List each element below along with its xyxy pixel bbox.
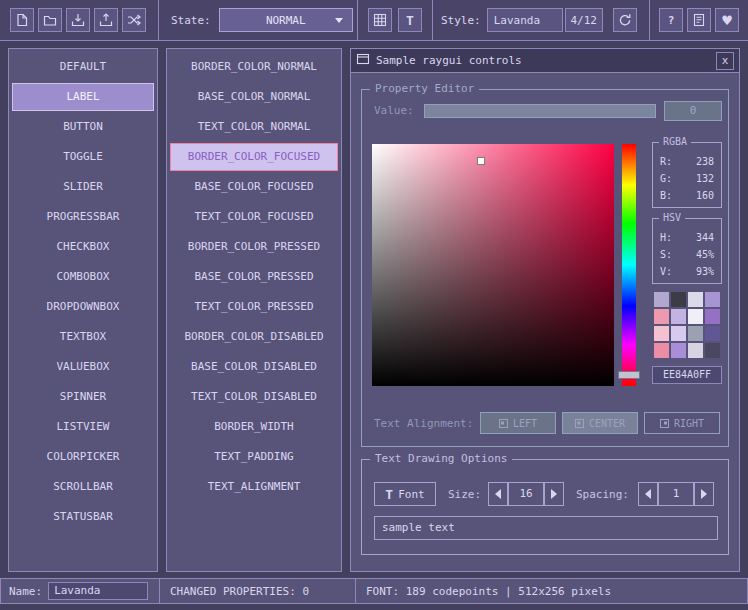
controls-list-item-selected[interactable]: LABEL: [12, 83, 154, 111]
palette-swatch[interactable]: [671, 326, 686, 341]
palette-swatch[interactable]: [688, 326, 703, 341]
hsv-rows: H:344 S:45% V:93%: [653, 219, 721, 280]
properties-list-item[interactable]: TEXT_COLOR_PRESSED: [170, 293, 338, 321]
controls-list-item[interactable]: LISTVIEW: [12, 413, 154, 441]
hue-bar[interactable]: [622, 144, 636, 386]
controls-list-item[interactable]: STATUSBAR: [12, 503, 154, 531]
spacing-increment-button[interactable]: [694, 482, 714, 506]
color-picker-area[interactable]: [372, 144, 614, 386]
font-button[interactable]: T Font: [374, 482, 436, 506]
properties-list-item[interactable]: TEXT_COLOR_FOCUSED: [170, 203, 338, 231]
toolbar-section-style: Style: Lavanda 4/12: [433, 0, 650, 40]
controls-list-item[interactable]: TEXTBOX: [12, 323, 154, 351]
properties-list-item[interactable]: BORDER_COLOR_DISABLED: [170, 323, 338, 351]
properties-list-item[interactable]: BASE_COLOR_PRESSED: [170, 263, 338, 291]
properties-list-item[interactable]: BORDER_COLOR_NORMAL: [170, 53, 338, 81]
toolbar-section-view: T: [358, 0, 433, 40]
controls-list-item[interactable]: SPINNER: [12, 383, 154, 411]
value-slider[interactable]: [424, 104, 656, 118]
palette-swatch[interactable]: [705, 292, 720, 307]
palette-swatch[interactable]: [688, 292, 703, 307]
new-style-button[interactable]: [10, 8, 34, 32]
sponsor-button[interactable]: ♥: [715, 8, 739, 32]
state-dropdown[interactable]: NORMAL: [219, 8, 353, 32]
text-mode-button[interactable]: T: [398, 8, 422, 32]
palette-swatch[interactable]: [705, 326, 720, 341]
controls-list-item[interactable]: DEFAULT: [12, 53, 154, 81]
load-style-button[interactable]: [38, 8, 62, 32]
palette-swatch[interactable]: [671, 292, 686, 307]
style-name-field[interactable]: Lavanda: [48, 582, 148, 600]
controls-list-item[interactable]: BUTTON: [12, 113, 154, 141]
controls-list-item[interactable]: SCROLLBAR: [12, 473, 154, 501]
properties-list-item[interactable]: BORDER_COLOR_PRESSED: [170, 233, 338, 261]
toolbar-section-state: State: NORMAL: [159, 0, 358, 40]
hue-handle[interactable]: [618, 371, 640, 379]
help-button[interactable]: ?: [659, 8, 683, 32]
style-counter: 4/12: [565, 8, 603, 32]
palette-swatch[interactable]: [705, 309, 720, 324]
spacing-label: Spacing:: [576, 488, 629, 501]
properties-list-item[interactable]: TEXT_PADDING: [170, 443, 338, 471]
properties-list-item[interactable]: TEXT_COLOR_DISABLED: [170, 383, 338, 411]
grid-icon: [372, 12, 388, 28]
properties-list-item[interactable]: BASE_COLOR_DISABLED: [170, 353, 338, 381]
palette-swatch[interactable]: [654, 292, 669, 307]
palette-swatch[interactable]: [671, 309, 686, 324]
palette-swatch[interactable]: [654, 309, 669, 324]
properties-list-item[interactable]: TEXT_ALIGNMENT: [170, 473, 338, 501]
controls-list-item[interactable]: PROGRESSBAR: [12, 203, 154, 231]
size-value-box[interactable]: 16: [508, 482, 544, 506]
toolbar-section-file: [0, 0, 159, 40]
new-file-icon: [14, 12, 30, 28]
property-editor-title: Property Editor: [370, 82, 479, 95]
about-button[interactable]: [687, 8, 711, 32]
controls-list-item[interactable]: DROPDOWNBOX: [12, 293, 154, 321]
properties-list-item[interactable]: TEXT_COLOR_NORMAL: [170, 113, 338, 141]
properties-list-item-selected[interactable]: BORDER_COLOR_FOCUSED: [170, 143, 338, 171]
controls-list-item[interactable]: COLORPICKER: [12, 443, 154, 471]
value-label: Value:: [374, 104, 414, 117]
palette-swatch[interactable]: [654, 343, 669, 358]
export-style-button[interactable]: [94, 8, 118, 32]
palette-swatch[interactable]: [671, 343, 686, 358]
style-name-input[interactable]: Lavanda: [487, 8, 563, 32]
palette-swatch[interactable]: [654, 326, 669, 341]
align-right-button[interactable]: RIGHT: [644, 412, 720, 434]
style-table-button[interactable]: [368, 8, 392, 32]
controls-list-item[interactable]: COMBOBOX: [12, 263, 154, 291]
palette-swatch[interactable]: [705, 343, 720, 358]
spacing-value-box[interactable]: 1: [658, 482, 694, 506]
size-increment-button[interactable]: [544, 482, 564, 506]
rgba-row-g: G:132: [660, 170, 714, 187]
size-decrement-button[interactable]: [488, 482, 508, 506]
controls-list-item[interactable]: VALUEBOX: [12, 353, 154, 381]
palette-swatch[interactable]: [688, 309, 703, 324]
save-style-button[interactable]: [66, 8, 90, 32]
properties-list: BORDER_COLOR_NORMAL BASE_COLOR_NORMAL TE…: [166, 48, 342, 572]
properties-list-item[interactable]: BASE_COLOR_FOCUSED: [170, 173, 338, 201]
controls-list-item[interactable]: TOGGLE: [12, 143, 154, 171]
align-right-icon: [660, 419, 669, 428]
properties-list-item[interactable]: BASE_COLOR_NORMAL: [170, 83, 338, 111]
align-left-button[interactable]: LEFT: [480, 412, 556, 434]
rgba-box: RGBA R:238 G:132 B:160: [652, 142, 722, 208]
spacing-decrement-button[interactable]: [638, 482, 658, 506]
arrow-right-icon: [551, 489, 557, 499]
rguistyler-app: State: NORMAL T Style: Lavanda 4/12: [0, 0, 748, 610]
hex-value-box[interactable]: EE84A0FF: [652, 366, 722, 384]
reload-style-button[interactable]: [613, 8, 637, 32]
sample-text-input[interactable]: sample text: [374, 516, 718, 540]
align-center-button[interactable]: CENTER: [562, 412, 638, 434]
sv-marker[interactable]: [477, 157, 485, 165]
random-style-button[interactable]: [122, 8, 146, 32]
palette-swatch[interactable]: [688, 343, 703, 358]
close-button[interactable]: x: [716, 52, 734, 70]
hsv-row-v: V:93%: [660, 263, 714, 280]
controls-list-item[interactable]: SLIDER: [12, 173, 154, 201]
controls-list-item[interactable]: CHECKBOX: [12, 233, 154, 261]
properties-list-item[interactable]: BORDER_WIDTH: [170, 413, 338, 441]
value-box[interactable]: 0: [664, 101, 722, 121]
rgba-row-r: R:238: [660, 153, 714, 170]
window-title-bar[interactable]: Sample raygui controls x: [351, 49, 739, 73]
